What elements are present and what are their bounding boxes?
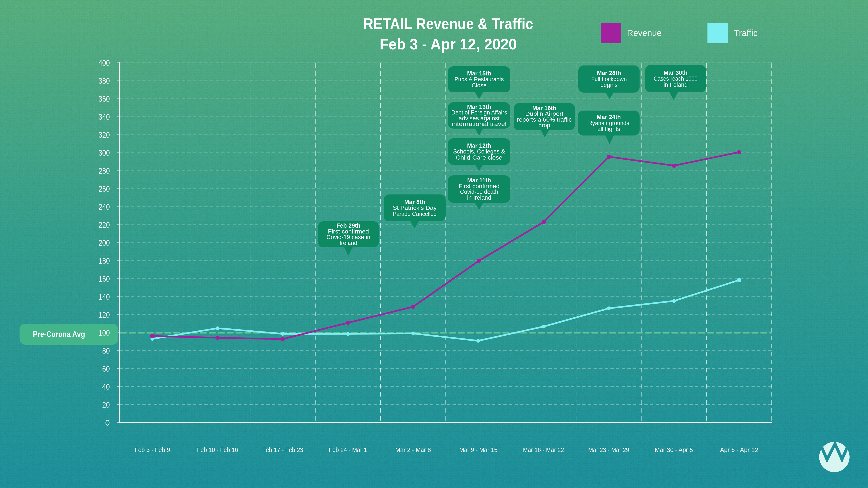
svg-text:in Ireland: in Ireland — [663, 82, 687, 88]
svg-text:400: 400 — [98, 59, 110, 67]
svg-text:Full Lockdown: Full Lockdown — [591, 76, 627, 83]
svg-text:Pubs & Restaurants: Pubs & Restaurants — [455, 76, 504, 83]
svg-text:Mar 16 - Mar 22: Mar 16 - Mar 22 — [523, 446, 564, 453]
svg-text:First confirmed: First confirmed — [328, 228, 369, 235]
svg-text:140: 140 — [98, 292, 110, 301]
svg-text:Ryanair grounds: Ryanair grounds — [588, 120, 629, 126]
svg-text:120: 120 — [98, 311, 110, 319]
svg-text:international travel: international travel — [452, 121, 506, 127]
svg-text:St Patrick’s Day: St Patrick’s Day — [393, 205, 437, 211]
svg-text:Close: Close — [472, 82, 487, 89]
svg-text:180: 180 — [98, 257, 110, 265]
svg-text:160: 160 — [98, 274, 110, 283]
svg-text:40: 40 — [102, 383, 110, 391]
svg-text:Child-Care close: Child-Care close — [456, 154, 502, 161]
svg-text:reports a 60% traffic: reports a 60% traffic — [517, 117, 572, 123]
svg-text:Apr 6 - Apr 12: Apr 6 - Apr 12 — [720, 446, 758, 453]
svg-text:260: 260 — [98, 185, 110, 193]
svg-text:0: 0 — [105, 418, 110, 427]
svg-text:Mar 2 - Mar 8: Mar 2 - Mar 8 — [395, 446, 431, 453]
svg-text:Schools, Colleges &: Schools, Colleges & — [453, 148, 505, 155]
svg-text:Mar 8th: Mar 8th — [404, 199, 425, 205]
svg-text:Feb 3 - Apr 12, 2020: Feb 3 - Apr 12, 2020 — [380, 36, 517, 53]
svg-text:Covid-19 death: Covid-19 death — [460, 189, 498, 195]
svg-text:20: 20 — [102, 400, 110, 409]
svg-text:220: 220 — [98, 221, 110, 229]
svg-text:Mar 30 - Apr 5: Mar 30 - Apr 5 — [655, 446, 693, 453]
svg-text:240: 240 — [98, 202, 110, 212]
svg-text:Mar 12th: Mar 12th — [467, 142, 491, 149]
svg-text:all flights: all flights — [597, 126, 620, 132]
svg-text:Pre-Corona Avg: Pre-Corona Avg — [33, 330, 85, 338]
svg-text:320: 320 — [98, 131, 110, 139]
svg-text:Covid-19 case in: Covid-19 case in — [327, 234, 370, 240]
svg-text:Dublin Airport: Dublin Airport — [525, 110, 564, 117]
svg-text:Mar 28th: Mar 28th — [597, 70, 621, 76]
svg-text:Mar 24th: Mar 24th — [597, 114, 621, 120]
svg-text:380: 380 — [98, 76, 110, 86]
svg-text:begins: begins — [600, 82, 618, 88]
svg-text:Mar 9 - Mar 15: Mar 9 - Mar 15 — [459, 446, 497, 453]
svg-text:60: 60 — [102, 364, 110, 373]
svg-text:Mar 13th: Mar 13th — [467, 104, 491, 110]
svg-text:Cases reach 1000: Cases reach 1000 — [654, 75, 698, 82]
svg-text:Feb 10 - Feb 16: Feb 10 - Feb 16 — [197, 446, 238, 453]
svg-text:Feb 17 - Feb 23: Feb 17 - Feb 23 — [262, 446, 303, 453]
svg-text:200: 200 — [98, 238, 110, 247]
svg-text:Mar 16th: Mar 16th — [532, 105, 556, 111]
svg-text:RETAIL Revenue & Traffic: RETAIL Revenue & Traffic — [363, 15, 533, 32]
svg-text:80: 80 — [102, 347, 110, 355]
svg-text:280: 280 — [98, 166, 110, 175]
svg-text:in Ireland: in Ireland — [467, 194, 491, 201]
svg-text:advises against: advises against — [459, 115, 500, 122]
svg-text:Mar 30th: Mar 30th — [663, 70, 687, 76]
svg-text:Parade Cancelled: Parade Cancelled — [393, 211, 437, 217]
svg-text:Dept of Foreign Affairs: Dept of Foreign Affairs — [451, 109, 507, 116]
svg-text:Traffic: Traffic — [734, 28, 757, 38]
svg-text:Mar 23 - Mar 29: Mar 23 - Mar 29 — [588, 446, 629, 453]
svg-text:360: 360 — [98, 95, 110, 103]
svg-text:drop: drop — [538, 122, 550, 129]
svg-text:340: 340 — [98, 112, 110, 121]
svg-text:Mar 11th: Mar 11th — [467, 177, 491, 184]
svg-text:100: 100 — [98, 328, 110, 337]
svg-text:Ireland: Ireland — [340, 240, 358, 246]
svg-text:Mar 15th: Mar 15th — [467, 70, 491, 77]
svg-text:Feb 29th: Feb 29th — [336, 222, 360, 229]
svg-text:Feb 3 - Feb 9: Feb 3 - Feb 9 — [134, 446, 170, 453]
svg-text:300: 300 — [98, 149, 110, 157]
svg-text:Feb 24 - Mar 1: Feb 24 - Mar 1 — [329, 446, 367, 453]
svg-text:Revenue: Revenue — [627, 28, 662, 38]
svg-text:First confirmed: First confirmed — [459, 183, 500, 190]
